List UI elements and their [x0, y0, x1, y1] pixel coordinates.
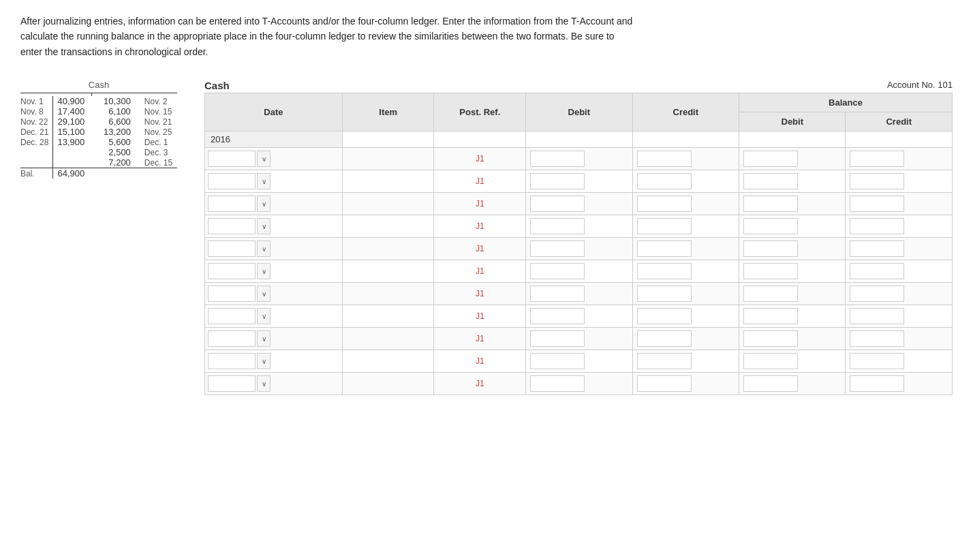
credit-input[interactable] — [637, 330, 692, 347]
debit-cell — [526, 305, 632, 328]
credit-input[interactable] — [637, 196, 692, 212]
bal-debit-cell — [739, 305, 846, 328]
bal-debit-input[interactable] — [743, 375, 798, 392]
ledger-title: Cash — [204, 80, 230, 91]
ledger-data-row: ∨J1 — [205, 373, 953, 395]
bal-debit-input[interactable] — [743, 151, 798, 167]
date-cell: ∨ — [208, 375, 339, 392]
date-input[interactable] — [208, 173, 256, 189]
date-input[interactable] — [208, 240, 256, 257]
ledger-data-row: ∨J1 — [205, 238, 953, 260]
bal-debit-cell — [739, 170, 846, 193]
bal-credit-input[interactable] — [850, 263, 904, 279]
date-cell: ∨ — [208, 240, 339, 257]
bal-credit-input[interactable] — [850, 308, 904, 324]
credit-cell — [632, 193, 739, 215]
date-dropdown-button[interactable]: ∨ — [257, 308, 271, 324]
credit-input[interactable] — [637, 375, 692, 392]
t-account-row: Nov. 8 17,400 6,100 Nov. 15 — [20, 106, 177, 116]
date-input[interactable] — [208, 308, 256, 324]
bal-credit-input[interactable] — [850, 173, 904, 189]
bal-credit-input[interactable] — [850, 375, 904, 392]
debit-input[interactable] — [530, 308, 585, 324]
bal-debit-cell — [739, 283, 846, 305]
t-account-row: Nov. 1 40,900 10,300 Nov. 2 — [20, 96, 177, 106]
credit-input[interactable] — [637, 240, 692, 257]
debit-input[interactable] — [530, 218, 585, 234]
ledger-data-row: ∨J1 — [205, 148, 953, 170]
bal-debit-input[interactable] — [743, 353, 798, 369]
post-ref-cell: J1 — [434, 193, 526, 215]
debit-input[interactable] — [530, 285, 585, 302]
bal-credit-input[interactable] — [850, 285, 904, 302]
date-input[interactable] — [208, 151, 256, 167]
item-cell — [342, 283, 434, 305]
ledger-data-row: ∨J1 — [205, 350, 953, 373]
date-input[interactable] — [208, 285, 256, 302]
credit-cell — [632, 305, 739, 328]
credit-cell — [632, 170, 739, 193]
ledger-header-row1: Date Item Post. Ref. Debit Credit Balanc… — [205, 93, 953, 112]
date-input[interactable] — [208, 263, 256, 279]
date-input[interactable] — [208, 353, 256, 369]
bal-debit-input[interactable] — [743, 173, 798, 189]
bal-debit-cell — [739, 148, 846, 170]
date-dropdown-button[interactable]: ∨ — [257, 173, 271, 189]
credit-cell — [632, 350, 739, 373]
credit-cell — [632, 148, 739, 170]
debit-input[interactable] — [530, 353, 585, 369]
item-cell — [342, 193, 434, 215]
credit-cell — [632, 260, 739, 283]
credit-input[interactable] — [637, 285, 692, 302]
date-dropdown-button[interactable]: ∨ — [257, 330, 271, 347]
date-dropdown-button[interactable]: ∨ — [257, 263, 271, 279]
credit-input[interactable] — [637, 151, 692, 167]
date-dropdown-button[interactable]: ∨ — [257, 196, 271, 212]
bal-credit-input[interactable] — [850, 353, 904, 369]
credit-input[interactable] — [637, 218, 692, 234]
t-account: Cash Nov. 1 40,900 10,300 Nov. 2 Nov. 8 … — [20, 80, 177, 178]
credit-input[interactable] — [637, 263, 692, 279]
date-input[interactable] — [208, 196, 256, 212]
bal-debit-cell — [739, 215, 846, 238]
credit-input[interactable] — [637, 353, 692, 369]
credit-cell — [632, 238, 739, 260]
date-dropdown-button[interactable]: ∨ — [257, 375, 271, 392]
date-cell: ∨ — [208, 353, 339, 369]
credit-input[interactable] — [637, 308, 692, 324]
bal-debit-input[interactable] — [743, 308, 798, 324]
debit-input[interactable] — [530, 240, 585, 257]
debit-input[interactable] — [530, 151, 585, 167]
bal-credit-input[interactable] — [850, 330, 904, 347]
debit-cell — [526, 215, 632, 238]
debit-input[interactable] — [530, 330, 585, 347]
bal-credit-input[interactable] — [850, 240, 904, 257]
date-dropdown-button[interactable]: ∨ — [257, 151, 271, 167]
debit-input[interactable] — [530, 375, 585, 392]
ledger-header: Cash Account No. 101 — [204, 80, 953, 91]
date-cell: ∨ — [208, 308, 339, 324]
date-input[interactable] — [208, 218, 256, 234]
bal-debit-input[interactable] — [743, 330, 798, 347]
ledger-data-row: ∨J1 — [205, 283, 953, 305]
item-cell — [342, 373, 434, 395]
debit-input[interactable] — [530, 263, 585, 279]
date-dropdown-button[interactable]: ∨ — [257, 285, 271, 302]
bal-credit-input[interactable] — [850, 218, 904, 234]
date-input[interactable] — [208, 375, 256, 392]
bal-debit-input[interactable] — [743, 285, 798, 302]
bal-debit-input[interactable] — [743, 218, 798, 234]
debit-input[interactable] — [530, 196, 585, 212]
bal-credit-input[interactable] — [850, 151, 904, 167]
date-dropdown-button[interactable]: ∨ — [257, 353, 271, 369]
date-input[interactable] — [208, 330, 256, 347]
credit-input[interactable] — [637, 173, 692, 189]
item-cell — [342, 238, 434, 260]
bal-debit-input[interactable] — [743, 263, 798, 279]
bal-credit-input[interactable] — [850, 196, 904, 212]
debit-input[interactable] — [530, 173, 585, 189]
bal-debit-input[interactable] — [743, 196, 798, 212]
date-dropdown-button[interactable]: ∨ — [257, 218, 271, 234]
bal-debit-input[interactable] — [743, 240, 798, 257]
date-dropdown-button[interactable]: ∨ — [257, 240, 271, 257]
